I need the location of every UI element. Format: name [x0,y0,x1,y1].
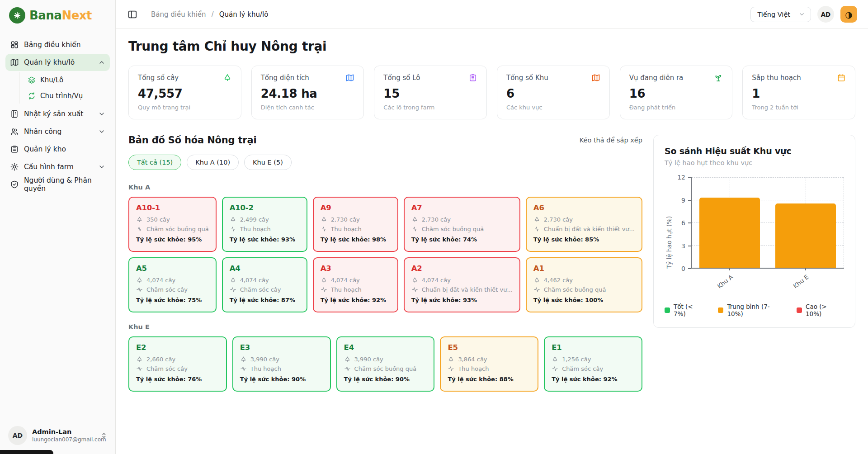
plot-health: Tỷ lệ sức khỏe: 90% [344,376,427,383]
plot-card[interactable]: E3 3,990 cây Thu hoạch Tỷ lệ sức khỏe: 9… [232,336,331,392]
tree-icon [136,356,143,363]
filter-chip[interactable]: Tất cả (15) [128,155,181,170]
tree-icon [448,356,454,363]
user-email: luungoclan007@gmail.com [32,436,96,443]
stat-label: Tổng số Khu [506,74,548,82]
language-selected-value: Tiếng Việt [757,11,790,18]
plot-card[interactable]: A2 4,074 cây Chuẩn bị đất và kiến thiết … [404,257,520,312]
language-select[interactable]: Tiếng Việt [750,7,811,22]
stat-value: 16 [629,87,723,100]
plot-health: Tỷ lệ sức khỏe: 100% [533,297,635,303]
plot-title: A9 [321,203,391,212]
plot-card[interactable]: A6 2,730 cây Chuẩn bị đất và kiến thiết … [526,197,642,252]
header-avatar[interactable]: AD [817,6,834,23]
legend-item: Trung bình (7-10%) [718,303,785,317]
sidebar-item-label: Bảng điều khiển [24,41,81,49]
sidebar-item-dashboard[interactable]: Bảng điều khiển [5,36,110,53]
legend-swatch [718,307,723,313]
sidebar-item-farm-config[interactable]: Cấu hình farm [5,158,110,175]
plot-title: A6 [533,203,635,212]
plot-card[interactable]: A9 2,730 cây Thu hoạch Tỷ lệ sức khỏe: 9… [313,197,398,252]
stat-sublabel: Các lô trong farm [383,104,477,111]
plot-tree-count: 2,730 cây [331,216,360,223]
sidebar-item-production-log[interactable]: Nhật ký sản xuất [5,105,110,123]
plot-card[interactable]: A10-1 350 cây Chăm sóc buồng quả Tỷ lệ s… [128,197,217,252]
map-icon [10,58,19,67]
plot-health: Tỷ lệ sức khỏe: 88% [448,376,531,383]
plot-title: E4 [344,343,427,352]
plot-card[interactable]: A1 4,462 cây Chăm sóc buồng quả Tỷ lệ sứ… [526,257,642,312]
tree-icon [240,356,247,363]
plot-card[interactable]: A5 4,074 cây Chăm sóc cây Tỷ lệ sức khỏe… [128,257,217,312]
activity-icon [448,365,454,372]
plot-tree-count: 4,074 cây [422,277,451,284]
y-axis-label: Tỷ lệ hao hụt (%) [665,177,674,269]
farm-map-section: Bản đồ Số hóa Nông trại Kéo thả để sắp x… [128,135,642,402]
brand-logo[interactable]: BanaNext [0,0,115,30]
plot-tree-count: 3,990 cây [354,356,383,363]
filter-chip[interactable]: Khu A (10) [187,155,239,170]
plot-task: Thu hoạch [331,226,362,232]
archive-icon [468,73,477,82]
people-icon [10,127,19,136]
sidebar-item-zone-management[interactable]: Quản lý khu/lô [5,54,110,71]
chevrons-up-down-icon [101,432,107,439]
tree-icon [344,356,351,363]
plot-card[interactable]: E4 3,990 cây Chăm sóc buồng quả Tỷ lệ sứ… [336,336,435,392]
theme-toggle-button[interactable]: ◑ [840,6,857,23]
activity-icon [136,226,143,232]
plot-tree-count: 350 cây [146,216,170,223]
sidebar-item-labor[interactable]: Nhân công [5,123,110,140]
plot-tree-count: 3,864 cây [458,356,487,363]
plot-card[interactable]: A4 4,074 cây Chăm sóc cây Tỷ lệ sức khỏe… [222,257,307,312]
plot-task: Chuẩn bị đất và kiến thiết vư... [544,226,635,232]
sidebar-subitem-khu-lo[interactable]: Khu/Lô [23,72,110,88]
legend-item: Cao (> 10%) [797,303,844,317]
shield-check-icon [10,180,19,189]
bar-Khu E [775,203,836,268]
sidebar-item-label: Người dùng & Phân quyền [24,176,105,193]
plot-title: A2 [411,264,513,273]
plot-title: E2 [136,343,219,352]
stat-sublabel: Quy mô trang trại [138,104,232,111]
plot-task: Thu hoạch [458,365,489,372]
activity-icon [321,286,327,293]
plot-grid-khu-e: E2 2,660 cây Chăm sóc cây Tỷ lệ sức khỏe… [128,336,642,392]
plot-card[interactable]: A10-2 2,499 cây Thu hoạch Tỷ lệ sức khỏe… [222,197,307,252]
y-tick-label: 9 [681,197,685,204]
stat-label: Tổng số cây [138,74,179,82]
plot-task: Chăm sóc cây [146,365,188,372]
plot-task: Chăm sóc buồng quả [544,286,606,293]
legend-swatch [797,307,802,313]
plot-health: Tỷ lệ sức khỏe: 90% [240,376,323,383]
sidebar-user-button[interactable]: AD Admin-Lan luungoclan007@gmail.com [0,419,115,454]
chevron-down-icon [798,11,805,18]
filter-chip[interactable]: Khu E (5) [244,155,292,170]
chevron-down-icon [98,163,105,170]
sidebar-item-warehouse[interactable]: Quản lý kho [5,141,110,158]
plot-task: Chăm sóc cây [240,286,281,293]
x-tick-label: Khu E [792,273,810,289]
plot-card[interactable]: A7 2,730 cây Chăm sóc buồng quả Tỷ lệ sứ… [404,197,520,252]
activity-icon [136,286,143,293]
plot-card[interactable]: E1 1,256 cây Chăm sóc cây Tỷ lệ sức khỏe… [544,336,642,392]
panel-left-icon[interactable] [127,9,137,19]
plot-card[interactable]: E2 2,660 cây Chăm sóc cây Tỷ lệ sức khỏe… [128,336,227,392]
breadcrumb-parent[interactable]: Bảng điều khiển [151,10,206,19]
chart-plot-area: Khu AKhu E [691,177,844,269]
plot-card[interactable]: A3 4,074 cây Thu hoạch Tỷ lệ sức khỏe: 9… [313,257,398,312]
chart-legend: Tốt (< 7%)Trung bình (7-10%)Cao (> 10%) [665,303,844,317]
plot-health: Tỷ lệ sức khỏe: 98% [321,236,391,243]
chart-subtitle: Tỷ lệ hao hụt theo khu vực [665,159,844,166]
stat-value: 6 [506,87,600,100]
map-icon [345,73,354,82]
sidebar-item-users-permissions[interactable]: Người dùng & Phân quyền [5,176,110,193]
chevron-down-icon [98,128,105,135]
stat-sublabel: Đang phát triển [629,104,723,111]
sidebar-subitem-chu-trinh[interactable]: Chu trình/Vụ [23,88,110,104]
tree-icon [223,73,232,82]
activity-icon [533,286,540,293]
section-title: Bản đồ Số hóa Nông trại [128,135,256,146]
y-tick-label: 0 [681,265,685,272]
plot-card[interactable]: E5 3,864 cây Thu hoạch Tỷ lệ sức khỏe: 8… [440,336,538,392]
